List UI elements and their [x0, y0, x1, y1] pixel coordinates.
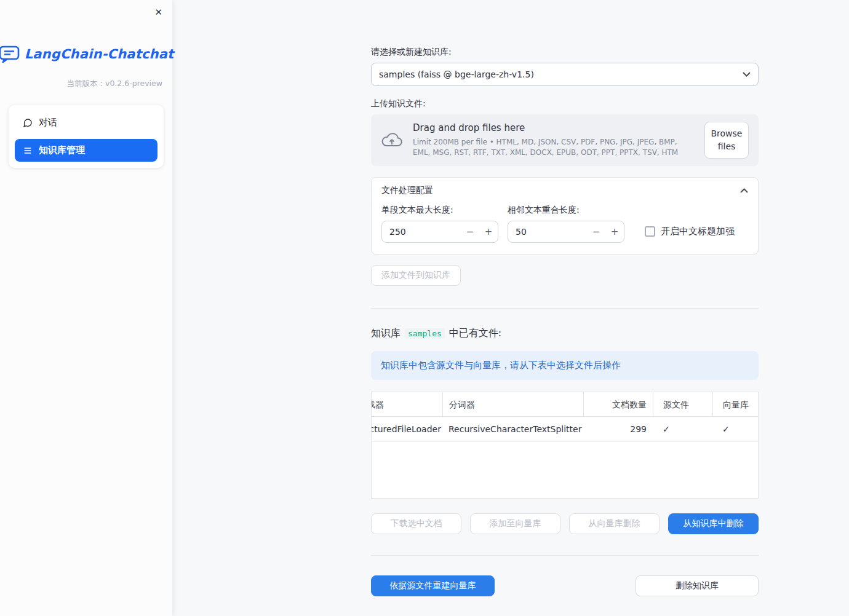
minus-button[interactable]: − — [587, 221, 605, 242]
zh-title-enhance-checkbox[interactable]: 开启中文标题加强 — [645, 226, 735, 237]
cell-source-file-check: ✓ — [653, 417, 712, 441]
max-length-value[interactable]: 250 — [382, 227, 461, 237]
checkbox-box[interactable] — [645, 226, 655, 237]
plus-button[interactable]: + — [605, 221, 624, 242]
minus-button[interactable]: − — [461, 221, 479, 242]
info-alert-text: 知识库中包含源文件与向量库，请从下表中选择文件后操作 — [381, 360, 621, 371]
kb-select-value: samples (faiss @ bge-large-zh-v1.5) — [379, 69, 534, 79]
download-selected-button[interactable]: 下载选中文档 — [371, 513, 461, 534]
sidebar-item-kb-management[interactable]: 知识库管理 — [15, 139, 157, 162]
logo-text: LangChain-Chatchat — [25, 47, 174, 61]
nav-label-chat: 对话 — [39, 117, 57, 128]
app: ✕ LangChain-Chatchat 当前版本：v0.2.6-preview — [0, 0, 849, 616]
expander-header[interactable]: 文件处理配置 — [372, 178, 758, 203]
version-label: 当前版本： — [67, 79, 106, 88]
kb-name-code: samples — [405, 328, 445, 339]
overlap-length-input[interactable]: 50 − + — [508, 221, 624, 243]
kb-bottom-actions: 依据源文件重建向量库 删除知识库 — [371, 575, 759, 596]
column-header-source-file[interactable]: 源文件 — [653, 392, 712, 416]
files-table-inner: 文档加载器 分词器 文档数量 源文件 向量库 UnstructuredFileL… — [371, 392, 759, 442]
file-config-expander: 文件处理配置 单段文本最大长度: 250 − + — [371, 177, 759, 255]
divider — [371, 555, 759, 556]
sidebar-close-button[interactable]: ✕ — [152, 5, 165, 19]
info-alert: 知识库中包含源文件与向量库，请从下表中选择文件后操作 — [371, 351, 759, 380]
delete-kb-button[interactable]: 删除知识库 — [636, 575, 759, 596]
version-text: 当前版本：v0.2.6-preview — [9, 79, 164, 89]
expander-title: 文件处理配置 — [381, 185, 433, 196]
dropzone-hint: Limit 200MB per file • HTML, MD, JSON, C… — [413, 137, 695, 158]
rebuild-vector-store-button[interactable]: 依据源文件重建向量库 — [371, 575, 495, 596]
column-header-splitter[interactable]: 分词器 — [442, 392, 583, 416]
content-column: 请选择或新建知识库: samples (faiss @ bge-large-zh… — [371, 0, 759, 596]
cell-splitter: RecursiveCharacterTextSplitter — [442, 417, 583, 441]
dropzone-title: Drag and drop files here — [413, 122, 695, 133]
kb-files-heading: 知识库 samples 中已有文件: — [371, 327, 759, 340]
files-table[interactable]: 文档加载器 分词器 文档数量 源文件 向量库 UnstructuredFileL… — [371, 392, 759, 499]
overlap-length-group: 相邻文本重合长度: 50 − + — [508, 205, 624, 243]
plus-button[interactable]: + — [479, 221, 498, 242]
close-icon: ✕ — [154, 7, 162, 17]
max-length-label: 单段文本最大长度: — [381, 205, 498, 216]
upload-cloud-icon — [381, 132, 403, 149]
chevron-up-icon — [740, 188, 748, 193]
sidebar: ✕ LangChain-Chatchat 当前版本：v0.2.6-preview — [0, 0, 172, 616]
nav-label-kb-management: 知识库管理 — [39, 144, 85, 156]
dropzone-text: Drag and drop files here Limit 200MB per… — [413, 122, 695, 158]
kb-select[interactable]: samples (faiss @ bge-large-zh-v1.5) — [371, 63, 759, 86]
sidebar-item-chat[interactable]: 对话 — [15, 111, 157, 134]
cell-loader: UnstructuredFileLoader — [371, 417, 442, 441]
column-header-doc-count[interactable]: 文档数量 — [583, 392, 653, 416]
column-header-vector-store[interactable]: 向量库 — [712, 392, 759, 416]
file-actions-row: 下载选中文档 添加至向量库 从向量库删除 从知识库中删除 — [371, 513, 759, 534]
chevron-down-icon — [743, 72, 751, 77]
cell-doc-count: 299 — [583, 417, 653, 441]
browse-files-button[interactable]: Browse files — [704, 122, 749, 159]
app-logo: LangChain-Chatchat — [9, 45, 164, 63]
overlap-length-label: 相邻文本重合长度: — [508, 205, 624, 216]
kb-files-prefix: 知识库 — [371, 327, 401, 340]
overlap-length-value[interactable]: 50 — [508, 227, 587, 237]
add-to-vector-store-button[interactable]: 添加至向量库 — [470, 513, 560, 534]
kb-files-suffix: 中已有文件: — [449, 327, 501, 340]
chatchat-logo-icon — [0, 45, 20, 63]
kb-select-label: 请选择或新建知识库: — [371, 47, 759, 58]
column-header-loader[interactable]: 文档加载器 — [371, 392, 442, 416]
file-dropzone[interactable]: Drag and drop files here Limit 200MB per… — [371, 114, 759, 166]
divider — [371, 308, 759, 309]
chat-bubble-icon — [22, 118, 33, 128]
cell-vector-store-check: ✓ — [712, 417, 759, 441]
delete-from-kb-button[interactable]: 从知识库中删除 — [668, 513, 759, 534]
sidebar-nav: 对话 知识库管理 — [9, 105, 164, 168]
version-value: v0.2.6-preview — [105, 79, 162, 88]
kb-list-icon — [22, 146, 33, 156]
main-content: 请选择或新建知识库: samples (faiss @ bge-large-zh… — [172, 0, 849, 616]
table-header-row: 文档加载器 分词器 文档数量 源文件 向量库 — [371, 392, 759, 417]
upload-label: 上传知识文件: — [371, 98, 759, 109]
max-length-group: 单段文本最大长度: 250 − + — [381, 205, 498, 243]
add-files-to-kb-button[interactable]: 添加文件到知识库 — [371, 265, 461, 286]
expander-body: 单段文本最大长度: 250 − + 相邻文本重合长度: 50 − + — [372, 203, 758, 254]
checkbox-label: 开启中文标题加强 — [661, 226, 735, 237]
delete-from-vector-store-button[interactable]: 从向量库删除 — [569, 513, 660, 534]
table-row[interactable]: UnstructuredFileLoader RecursiveCharacte… — [371, 417, 759, 442]
max-length-input[interactable]: 250 − + — [381, 221, 498, 243]
